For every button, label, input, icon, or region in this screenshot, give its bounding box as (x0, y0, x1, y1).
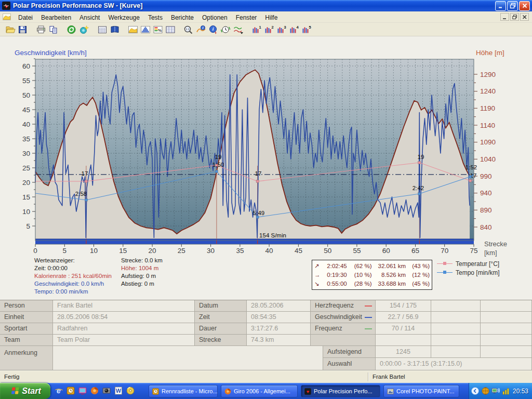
table-cell: Herzfrequenz (311, 300, 376, 312)
camera-icon[interactable] (102, 386, 112, 396)
mdi-minimize-button[interactable] (500, 13, 509, 21)
screen: ♥ Polar Precision Performance SW - [Kurv… (0, 0, 532, 399)
svg-text:55: 55 (353, 247, 361, 255)
task-button-1[interactable]: Rennradliste - Micro... (149, 385, 218, 397)
wizard-icon[interactable] (78, 24, 90, 35)
table-cell: 08:54:35 (247, 312, 311, 323)
menu-fenster[interactable]: Fenster (232, 12, 261, 23)
svg-text:40: 40 (22, 121, 30, 128)
table-cell (431, 300, 481, 312)
exercise-data-table: PersonFrank BartelDatum28.05.2006Herzfre… (0, 300, 532, 370)
distribution-icon[interactable] (139, 24, 152, 35)
svg-text:25: 25 (22, 164, 30, 172)
minimize-button[interactable] (495, 1, 506, 11)
svg-text:1:1: 1:1 (185, 28, 190, 31)
display-icon[interactable] (491, 387, 500, 395)
bars4-icon[interactable]: 4 (288, 24, 300, 35)
info-line: Abstieg: 0 m (121, 280, 163, 288)
cd-icon[interactable] (126, 386, 136, 396)
svg-text:60: 60 (382, 247, 390, 255)
menu-datei[interactable]: Datei (14, 12, 37, 23)
svg-text:%: % (158, 28, 162, 33)
word-icon[interactable]: W (114, 386, 124, 396)
copy-icon[interactable] (47, 24, 60, 35)
svg-text:30: 30 (22, 150, 30, 157)
title-bar: ♥ Polar Precision Performance SW - [Kurv… (0, 0, 532, 11)
curve-plot[interactable]: 17191719172:581:505:492:421:52154 S/min5… (35, 59, 474, 262)
task-button-3[interactable]: ♥Polar Precision Perfo... (301, 385, 380, 397)
globe-icon[interactable] (481, 387, 490, 395)
table-cell (481, 323, 532, 335)
system-tray: 20:53 (469, 383, 532, 399)
table-cell: 28.05.2006 (247, 300, 311, 312)
mdi-close-button[interactable] (520, 13, 529, 21)
firefox-icon[interactable] (90, 386, 100, 396)
svg-text:♥: ♥ (307, 389, 309, 394)
zoom-icon[interactable]: 1:1 (182, 24, 195, 35)
signal-icon[interactable] (502, 387, 511, 395)
menu-hilfe[interactable]: Hilfe (261, 12, 282, 23)
transfer-icon[interactable] (65, 24, 78, 35)
climb-summary-box: ↗2:02:45(62 %)32.061 km(43 %)→0:19:30(10… (312, 260, 432, 290)
bars3-icon[interactable]: 3 (275, 24, 288, 35)
start-button[interactable]: Start (0, 383, 50, 399)
task-button-2[interactable]: Giro 2006 - Allgemei... (221, 385, 298, 397)
compare-icon[interactable] (232, 24, 245, 35)
table-row: SportartRadfahrenDauer3:17:27.6Frequenz7… (0, 323, 532, 335)
svg-text:5: 5 (26, 222, 30, 230)
svg-text:35: 35 (236, 247, 244, 255)
table-icon[interactable] (164, 24, 177, 35)
mdi-restore-button[interactable] (510, 13, 519, 21)
diary-icon[interactable] (109, 24, 121, 35)
close-button[interactable] (519, 1, 530, 11)
print-icon[interactable] (35, 24, 47, 35)
summary-row: ↘0:55:00(28 %)33.688 km(45 %) (314, 279, 430, 288)
bars1-icon[interactable]: 1 (250, 24, 263, 35)
menu-bearbeiten[interactable]: Bearbeiten (37, 12, 75, 23)
curve-icon[interactable] (127, 24, 139, 35)
legend-item: Temperatur [°C] (437, 259, 500, 268)
svg-text:19: 19 (418, 154, 424, 160)
hide-chevron-icon[interactable] (471, 387, 480, 395)
svg-text:890: 890 (480, 206, 492, 214)
table-cell: Aufsteigend (323, 346, 376, 358)
table-cell: 70 / 114 (376, 323, 431, 335)
svg-text:15: 15 (119, 247, 127, 255)
ie-icon[interactable]: e (54, 386, 64, 396)
table-cell: Team (0, 335, 53, 346)
table-cell: 74.3 km (247, 335, 311, 346)
table-cell (431, 312, 481, 323)
status-text: Fertig (4, 374, 19, 380)
time-icon[interactable] (220, 24, 232, 35)
svg-text:1190: 1190 (480, 104, 495, 112)
selection-icon[interactable]: % (152, 24, 164, 35)
media-icon[interactable] (78, 386, 88, 396)
chart-area: Geschwindigkeit [km/h] Höhe [m] 17191719… (0, 36, 532, 300)
svg-text:i: i (203, 26, 204, 30)
info-curve-icon[interactable]: i (195, 24, 207, 35)
bars2-icon[interactable]: 2 (263, 24, 275, 35)
organizer-icon[interactable] (66, 386, 76, 396)
table-cell: Dauer (195, 323, 247, 335)
svg-text:940: 940 (480, 189, 492, 197)
open-icon[interactable] (4, 24, 17, 35)
svg-text:1:52: 1:52 (466, 164, 477, 170)
svg-text:840: 840 (480, 223, 492, 231)
menu-tests[interactable]: Tests (144, 12, 167, 23)
menu-ansicht[interactable]: Ansicht (75, 12, 104, 23)
status-user: Frank Bartel (373, 374, 405, 380)
menu-optionen[interactable]: Optionen (198, 12, 232, 23)
table-row: PersonFrank BartelDatum28.05.2006Herzfre… (0, 300, 532, 312)
svg-text:1090: 1090 (480, 138, 496, 146)
svg-text:5: 5 (309, 25, 311, 30)
svg-text:2:58: 2:58 (75, 191, 87, 197)
task-button-4[interactable]: Corel PHOTO-PAINT... (383, 385, 459, 397)
bars5-icon[interactable]: 5 (300, 24, 313, 35)
calendar-icon[interactable] (96, 24, 109, 35)
save-icon[interactable] (17, 24, 29, 35)
info-icon[interactable]: i (207, 24, 220, 35)
menu-werkzeuge[interactable]: Werkzeuge (104, 12, 143, 23)
menu-berichte[interactable]: Berichte (167, 12, 198, 23)
restore-button[interactable] (507, 1, 518, 11)
svg-text:1040: 1040 (480, 155, 496, 163)
